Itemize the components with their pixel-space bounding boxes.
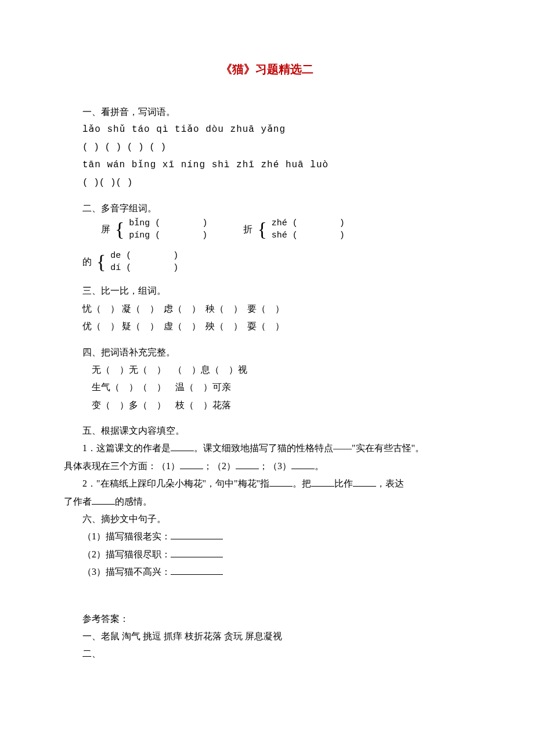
section-2-head: 二、多音字组词。 [64, 200, 470, 217]
s1-blank-1: ( ) ( ) ( ) ( ) [64, 139, 470, 156]
de-reading-1: de ( ) [110, 250, 178, 262]
s6-item-3: （3）描写猫不高兴： [64, 563, 470, 581]
de-reading-2: dí ( ) [110, 262, 178, 274]
s6-item-1: （1）描写猫很老实： [64, 528, 470, 545]
fill-line-1: 无（ ）无（ ） （ ）息（ ）视 [64, 361, 470, 379]
polyphone-de: 的 { de ( ) dí ( ) [82, 250, 470, 274]
answers-line-2: 二、 [64, 645, 470, 663]
section-3-head: 三、比一比，组词。 [64, 282, 470, 300]
s5-q1-line2: 具体表现在三个方面：（1）；（2）；（3）。 [64, 458, 470, 475]
blank [269, 477, 293, 487]
ping-reading-2: píng ( ) [129, 229, 207, 242]
brace-icon: { [257, 219, 266, 239]
blank [236, 459, 259, 469]
zhe-reading-2: shé ( ) [272, 229, 345, 242]
s5-q2-line2: 了作者的感情。 [64, 493, 470, 510]
blank [171, 548, 223, 557]
blank [291, 459, 315, 469]
blank [171, 530, 223, 539]
s1-blank-2: ( )( )( ) [64, 174, 470, 192]
section-1-head: 一、看拼音，写词语。 [64, 103, 470, 121]
polyphone-ping: 屏 { bǐng ( ) píng ( ) [101, 217, 207, 242]
zhe-reading-1: zhé ( ) [272, 217, 345, 229]
section-4-head: 四、把词语补充完整。 [64, 344, 470, 361]
section-6-head: 六、摘抄文中句子。 [64, 510, 470, 528]
answers-line-1: 一、老鼠 淘气 挑逗 抓痒 枝折花落 贪玩 屏息凝视 [64, 628, 470, 645]
section-5-head: 五、根据课文内容填空。 [64, 422, 470, 440]
s5-q1-line1: 1．这篇课文的作者是。课文细致地描写了猫的性格特点——"实在有些古怪"。 [64, 440, 470, 457]
s1-pinyin-2: tān wán bǐng xī níng shì zhī zhé huā luò [64, 156, 470, 174]
blank [311, 477, 334, 487]
brace-icon: { [96, 252, 106, 272]
s5-q2-line1: 2．"在稿纸上踩印几朵小梅花"，句中"梅花"指。把比作，表达 [64, 475, 470, 492]
char-de: 的 [82, 253, 92, 271]
page-title: 《猫》习题精选二 [64, 58, 470, 80]
s6-item-2: （2）描写猫很尽职： [64, 546, 470, 563]
compare-row-2: 优（ ） 疑（ ） 虚（ ） 殃（ ） 耍（ ） [64, 318, 470, 335]
char-zhe: 折 [243, 221, 252, 238]
compare-row-1: 忧（ ） 凝（ ） 虑（ ） 秧（ ） 要（ ） [64, 300, 470, 318]
blank [171, 565, 223, 575]
blank [353, 477, 376, 487]
char-ping: 屏 [101, 221, 110, 238]
blank [180, 459, 203, 469]
s1-pinyin-1: lǎo shǔ táo qì tiǎo dòu zhuā yǎng [64, 121, 470, 138]
fill-line-3: 变（ ）多（ ） 枝（ ）花落 [64, 397, 470, 414]
brace-icon: { [115, 219, 124, 239]
answers-head: 参考答案： [64, 610, 470, 628]
polyphone-zhe: 折 { zhé ( ) shé ( ) [243, 217, 344, 242]
ping-reading-1: bǐng ( ) [129, 217, 207, 229]
fill-line-2: 生气（ ）（ ） 温（ ）可亲 [64, 379, 470, 396]
blank [92, 495, 115, 505]
blank [171, 441, 194, 451]
